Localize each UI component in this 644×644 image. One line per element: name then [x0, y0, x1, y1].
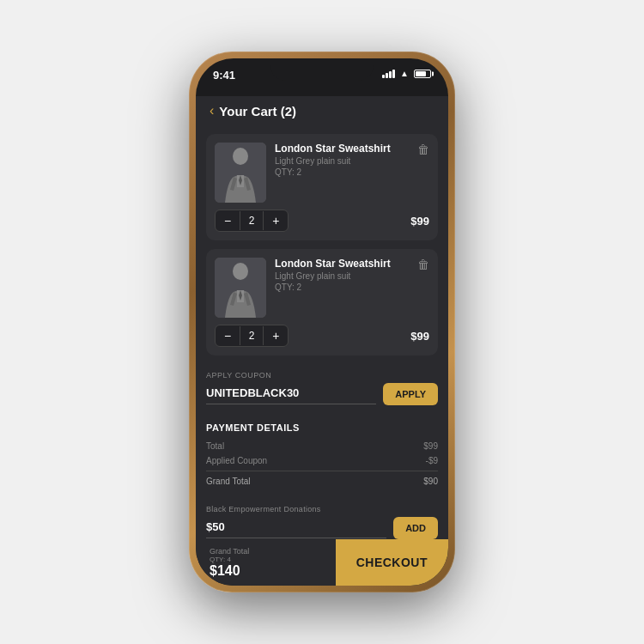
back-button[interactable]: ‹: [210, 103, 214, 118]
donation-input-wrap: [206, 519, 386, 538]
bottom-grand-label: Grand Total: [210, 547, 322, 556]
item-description: Light Grey plain suit: [275, 271, 409, 281]
item-name: London Star Sweatshirt: [275, 258, 409, 270]
cart-item-top: London Star Sweatshirt Light Grey plain …: [215, 258, 429, 318]
payment-total-label: Total: [206, 441, 224, 451]
payment-row-coupon: Applied Coupon -$9: [206, 456, 438, 465]
payment-title: PAYMENT DETAILS: [206, 422, 438, 433]
item-image: [215, 258, 266, 318]
payment-coupon-label: Applied Coupon: [206, 456, 267, 465]
delete-item-button[interactable]: 🗑: [417, 258, 429, 271]
bottom-qty-label: QTY: 4: [210, 556, 322, 563]
apply-coupon-button[interactable]: APPLY: [383, 383, 438, 405]
bottom-total-amount: $140: [210, 563, 322, 579]
cart-item-bottom: − 2 + $99: [215, 325, 429, 347]
qty-increase-button[interactable]: +: [264, 210, 288, 231]
item-price: $99: [410, 330, 429, 343]
coupon-input[interactable]: [206, 386, 376, 399]
signal-bars-icon: [382, 70, 395, 78]
grand-total-label: Grand Total: [206, 477, 251, 486]
qty-decrease-button[interactable]: −: [216, 210, 240, 231]
add-donation-button[interactable]: ADD: [393, 517, 438, 539]
bottom-total-section: Grand Total QTY: 4 $140: [196, 539, 336, 586]
delete-item-button[interactable]: 🗑: [417, 143, 429, 156]
phone-frame: 9:41 ▲ ‹ Your Cart (2): [189, 52, 455, 592]
cart-item-bottom: − 2 + $99: [215, 210, 429, 232]
qty-value: 2: [240, 211, 264, 230]
cart-item: London Star Sweatshirt Light Grey plain …: [206, 134, 438, 240]
cart-item-top: London Star Sweatshirt Light Grey plain …: [215, 143, 429, 203]
item-info: London Star Sweatshirt Light Grey plain …: [275, 143, 409, 177]
wifi-icon: ▲: [400, 69, 409, 78]
battery-icon: [414, 70, 431, 78]
donation-row: ADD: [206, 517, 438, 539]
quantity-control: − 2 +: [215, 210, 289, 232]
item-qty-label: QTY: 2: [275, 283, 409, 292]
payment-row-grand: Grand Total $90: [206, 477, 438, 486]
donation-section: Black Empowerment Donations ADD $1 $50 $…: [196, 500, 448, 539]
payment-section: PAYMENT DETAILS Total $99 Applied Coupon…: [196, 414, 448, 500]
status-icons: ▲: [382, 69, 431, 78]
item-qty-label: QTY: 2: [275, 167, 409, 177]
status-time: 9:41: [213, 69, 235, 82]
header: ‹ Your Cart (2): [196, 96, 448, 127]
cart-title: Your Cart (2): [219, 104, 296, 118]
bottom-bar: Grand Total QTY: 4 $140 CHECKOUT: [196, 539, 448, 586]
coupon-section: Apply Coupon APPLY: [196, 362, 448, 414]
item-info: London Star Sweatshirt Light Grey plain …: [275, 258, 409, 292]
qty-value: 2: [240, 326, 264, 345]
grand-total-value: $90: [423, 477, 438, 486]
coupon-row: APPLY: [206, 383, 438, 405]
svg-point-1: [233, 148, 248, 165]
item-price: $99: [410, 215, 429, 228]
item-description: Light Grey plain suit: [275, 156, 409, 166]
screen-content: ‹ Your Cart (2): [196, 96, 448, 539]
payment-row-total: Total $99: [206, 441, 438, 451]
svg-point-5: [233, 263, 248, 280]
coupon-input-wrap: [206, 385, 376, 404]
coupon-label: Apply Coupon: [206, 371, 438, 380]
notch: [270, 58, 374, 81]
cart-item: London Star Sweatshirt Light Grey plain …: [206, 249, 438, 355]
donation-input[interactable]: [206, 520, 386, 533]
qty-increase-button[interactable]: +: [264, 325, 288, 346]
qty-decrease-button[interactable]: −: [216, 325, 240, 346]
donation-label: Black Empowerment Donations: [206, 505, 438, 513]
quantity-control: − 2 +: [215, 325, 289, 347]
payment-coupon-value: -$9: [426, 456, 438, 465]
phone-screen: 9:41 ▲ ‹ Your Cart (2): [196, 58, 448, 586]
item-image: [215, 143, 266, 203]
cart-items-list: London Star Sweatshirt Light Grey plain …: [196, 127, 448, 362]
item-name: London Star Sweatshirt: [275, 143, 409, 155]
checkout-button[interactable]: CHECKOUT: [336, 539, 448, 586]
payment-total-value: $99: [423, 441, 438, 451]
payment-divider: [206, 471, 438, 471]
